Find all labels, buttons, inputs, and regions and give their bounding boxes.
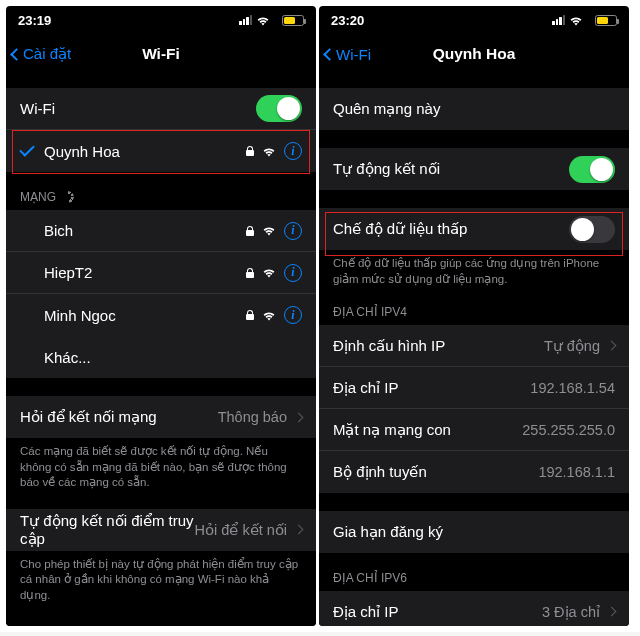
network-name: Quynh Hoa <box>44 143 246 160</box>
auto-hotspot-row[interactable]: Tự động kết nối điểm truy cập Hỏi để kết… <box>6 509 316 551</box>
spinner-icon <box>62 191 74 203</box>
chevron-right-icon <box>607 341 617 351</box>
cellular-icon <box>239 15 252 25</box>
wifi-toggle-label: Wi-Fi <box>20 100 256 117</box>
section-header-networks: MẠNG <box>6 190 316 210</box>
section-header-ipv4: ĐỊA CHỈ IPV4 <box>319 305 629 325</box>
cellular-icon <box>552 15 565 25</box>
ask-to-join-row[interactable]: Hỏi để kết nối mạng Thông báo <box>6 396 316 438</box>
battery-icon <box>282 15 304 26</box>
network-name: Bich <box>44 222 246 239</box>
network-row[interactable]: Minh Ngoci <box>6 294 316 336</box>
back-label: Cài đặt <box>23 45 71 63</box>
network-name: Minh Ngoc <box>44 307 246 324</box>
low-data-toggle[interactable] <box>569 216 615 243</box>
hotspot-label: Tự động kết nối điểm truy cập <box>20 512 195 548</box>
low-data-row: Chế độ dữ liệu thấp <box>319 208 629 250</box>
auto-join-row: Tự động kết nối <box>319 148 629 190</box>
back-button[interactable]: Cài đặt <box>6 45 71 63</box>
ask-join-label: Hỏi để kết nối mạng <box>20 408 218 426</box>
nav-bar: Cài đặt Wi-Fi <box>6 34 316 74</box>
info-button[interactable]: i <box>284 264 302 282</box>
info-button[interactable]: i <box>284 306 302 324</box>
status-time: 23:19 <box>18 13 51 28</box>
back-label: Wi-Fi <box>336 46 371 63</box>
section-header-ipv6: ĐỊA CHỈ IPV6 <box>319 571 629 591</box>
renew-lease-row[interactable]: Gia hạn đăng ký <box>319 511 629 553</box>
ask-join-footer: Các mạng đã biết sẽ được kết nối tự động… <box>6 438 316 491</box>
network-row[interactable]: HiepT2i <box>6 252 316 294</box>
low-data-label: Chế độ dữ liệu thấp <box>333 220 569 238</box>
network-name: HiepT2 <box>44 264 246 281</box>
screen-wifi-detail: 23:20 Wi-Fi Quynh Hoa Quên mạng này <box>319 6 629 626</box>
router-row: Bộ định tuyến 192.168.1.1 <box>319 451 629 493</box>
lock-icon <box>246 146 254 156</box>
wifi-signal-icon <box>262 310 276 321</box>
lock-icon <box>246 268 254 278</box>
wifi-master-toggle-row: Wi-Fi <box>6 88 316 130</box>
status-bar: 23:20 <box>319 6 629 34</box>
auto-join-toggle[interactable] <box>569 156 615 183</box>
wifi-status-icon <box>569 15 583 26</box>
chevron-left-icon <box>10 48 23 61</box>
renew-label: Gia hạn đăng ký <box>333 523 615 541</box>
screen-wifi-list: 23:19 Cài đặt Wi-Fi Wi-Fi <box>6 6 316 626</box>
network-row[interactable]: Bichi <box>6 210 316 252</box>
battery-icon <box>595 15 617 26</box>
info-button[interactable]: i <box>284 142 302 160</box>
wifi-signal-icon <box>262 267 276 278</box>
status-time: 23:20 <box>331 13 364 28</box>
low-data-footer: Chế độ dữ liệu thấp giúp các ứng dụng tr… <box>319 250 629 287</box>
ask-join-value: Thông báo <box>218 409 287 425</box>
configure-ip-row[interactable]: Định cấu hình IP Tự động <box>319 325 629 367</box>
wifi-signal-icon <box>262 225 276 236</box>
connected-network-row[interactable]: Quynh Hoa i <box>6 130 316 172</box>
hotspot-footer: Cho phép thiết bị này tự động phát hiện … <box>6 551 316 604</box>
wifi-status-icon <box>256 15 270 26</box>
checkmark-icon <box>19 141 35 157</box>
subnet-mask-row: Mặt nạ mạng con 255.255.255.0 <box>319 409 629 451</box>
hotspot-value: Hỏi để kết nối <box>195 522 287 538</box>
auto-join-label: Tự động kết nối <box>333 160 569 178</box>
info-button[interactable]: i <box>284 222 302 240</box>
back-button[interactable]: Wi-Fi <box>319 46 371 63</box>
status-bar: 23:19 <box>6 6 316 34</box>
forget-label: Quên mạng này <box>333 100 615 118</box>
chevron-left-icon <box>323 48 336 61</box>
lock-icon <box>246 310 254 320</box>
other-label: Khác... <box>44 349 302 366</box>
chevron-right-icon <box>607 607 617 617</box>
lock-icon <box>246 226 254 236</box>
ipv6-address-row[interactable]: Địa chỉ IP 3 Địa chỉ <box>319 591 629 626</box>
wifi-toggle[interactable] <box>256 95 302 122</box>
chevron-right-icon <box>294 412 304 422</box>
other-network-row[interactable]: Khác... <box>6 336 316 378</box>
wifi-signal-icon <box>262 146 276 157</box>
chevron-right-icon <box>294 525 304 535</box>
ip-address-row: Địa chỉ IP 192.168.1.54 <box>319 367 629 409</box>
forget-network-row[interactable]: Quên mạng này <box>319 88 629 130</box>
nav-bar: Wi-Fi Quynh Hoa <box>319 34 629 74</box>
